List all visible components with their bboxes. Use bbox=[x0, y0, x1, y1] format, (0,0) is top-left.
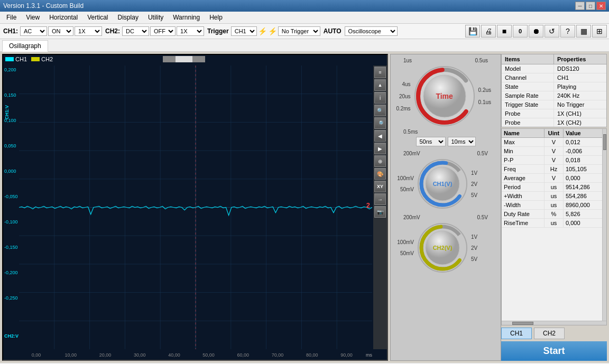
ch1-y-axis-label: CH1:V bbox=[4, 67, 10, 119]
time-knob[interactable]: Time bbox=[413, 64, 476, 128]
side-btn-xy[interactable]: XY bbox=[374, 181, 386, 192]
ch2-label-5v: 5V bbox=[471, 256, 477, 262]
measurements-scrollbar[interactable] bbox=[502, 321, 606, 325]
ch1-label-2v: 2V bbox=[471, 181, 477, 187]
side-btn-color[interactable]: 🎨 bbox=[374, 168, 386, 180]
props-item-samplerate: Sample Rate bbox=[502, 91, 554, 100]
save-button[interactable]: 💾 bbox=[465, 25, 480, 38]
ch2-knob[interactable]: CH2(V) bbox=[416, 221, 469, 274]
title-text: Version 1.3.1 - Custom Build bbox=[3, 2, 84, 10]
ch1-label-100mv: 100mV bbox=[397, 175, 414, 181]
ch1-labels-right: 1V 2V 5V bbox=[471, 170, 487, 198]
ch2-group: CH2: DCACGND OFFON 1X10X100X bbox=[104, 26, 204, 36]
side-btn-zoom-in[interactable]: 🔍 bbox=[374, 105, 386, 116]
help-button[interactable]: ? bbox=[560, 25, 575, 38]
side-btn-export[interactable]: → bbox=[374, 193, 386, 205]
ch2-label-200mv: 200mV bbox=[403, 214, 420, 220]
props-row-probe2: Probe 1X (CH2) bbox=[502, 118, 606, 127]
side-btn-zoom-out[interactable]: 🔎 bbox=[374, 117, 386, 129]
ch1-coupling-select[interactable]: ACDCGND bbox=[20, 26, 47, 36]
x-tick-2: 20,00 bbox=[88, 352, 122, 358]
trigger-ch-select[interactable]: CH1CH2 bbox=[231, 26, 257, 36]
start-button[interactable]: Start bbox=[501, 341, 607, 361]
minimize-button[interactable]: ─ bbox=[575, 2, 585, 10]
ch2-coupling-select[interactable]: DCACGND bbox=[122, 26, 149, 36]
props-val-trigstate: No Trigger bbox=[554, 100, 606, 109]
main-area: CH1 CH2 bbox=[0, 52, 609, 363]
menu-warning[interactable]: Warnning bbox=[169, 13, 204, 22]
props-val-probe2: 1X (CH2) bbox=[554, 118, 606, 127]
ch2-knob-row: 100mV 50mV bbox=[395, 221, 496, 274]
side-btn-right[interactable]: ▶ bbox=[374, 143, 386, 154]
x-tick-6: 60,00 bbox=[226, 352, 260, 358]
menu-vertical[interactable]: Vertical bbox=[83, 13, 112, 22]
menu-display[interactable]: Display bbox=[114, 13, 143, 22]
ch2-probe-select[interactable]: 1X10X100X bbox=[177, 26, 204, 36]
y-label-9: -0,200 bbox=[4, 270, 18, 296]
ch2-knob-label: CH2(V) bbox=[433, 245, 453, 251]
refresh-button[interactable]: ↺ bbox=[545, 25, 559, 38]
props-item-model: Model bbox=[502, 64, 554, 73]
bottom-tabs: CH1 CH2 bbox=[501, 326, 607, 340]
menu-utility[interactable]: Utility bbox=[144, 13, 168, 22]
print-button[interactable]: 🖨 bbox=[481, 25, 496, 38]
ch2-tab[interactable]: CH2 bbox=[534, 328, 565, 339]
x-tick-4: 40,00 bbox=[157, 352, 191, 358]
record-button[interactable]: ⏺ bbox=[529, 25, 543, 38]
time-label-4us: 4us bbox=[402, 81, 410, 87]
menu-file[interactable]: File bbox=[2, 13, 21, 22]
stop-button[interactable]: ■ bbox=[497, 25, 512, 38]
ch2-channel-label: CH2 bbox=[31, 56, 53, 62]
ch1-channel-text: CH1 bbox=[15, 56, 27, 62]
menu-horizontal[interactable]: Horizontal bbox=[45, 13, 82, 22]
menu-help[interactable]: Help bbox=[205, 13, 227, 22]
ch1-knob[interactable]: CH1(V) bbox=[416, 157, 469, 210]
trigger-mode-select[interactable]: No TriggerAutoNormalSingle bbox=[278, 26, 320, 36]
grid-button[interactable]: ▦ bbox=[576, 25, 591, 38]
menu-view[interactable]: View bbox=[22, 13, 44, 22]
y-label-3: 0,100 bbox=[4, 118, 18, 144]
side-btn-cursors[interactable]: ≡ bbox=[374, 67, 386, 78]
ch2-channel-text: CH2 bbox=[41, 56, 53, 62]
side-btn-left[interactable]: ◀ bbox=[374, 130, 386, 142]
ch2-label-0_5v: 0.5V bbox=[477, 214, 488, 220]
props-row-channel: Channel CH1 bbox=[502, 73, 606, 82]
ch2-label: CH2: bbox=[104, 27, 121, 35]
ch2-state-select[interactable]: OFFON bbox=[150, 26, 176, 36]
side-btn-search[interactable]: ⊕ bbox=[374, 155, 386, 167]
ch2-label-100mv: 100mV bbox=[397, 239, 414, 245]
color-button[interactable]: ⊞ bbox=[592, 25, 607, 38]
side-btn-up[interactable]: ▲ bbox=[374, 79, 386, 91]
ch2-labels-top: 200mV 0.5V bbox=[403, 214, 488, 220]
props-item-trigstate: Trigger State bbox=[502, 100, 554, 109]
measurements-panel: Name Uint Value Max V 0,012 Min V -0,006… bbox=[501, 128, 607, 325]
y-label-6: -0,050 bbox=[4, 194, 18, 220]
trigger-marker: 2 bbox=[366, 201, 370, 209]
scope-label-select[interactable]: Oscilloscope bbox=[345, 26, 398, 36]
props-item-probe2: Probe bbox=[502, 118, 554, 127]
ch1-swatch bbox=[5, 57, 14, 61]
side-btn-info[interactable]: i bbox=[374, 92, 386, 104]
ch1-state-select[interactable]: ONOFF bbox=[48, 26, 73, 36]
time-label-0_2us: 0.2us bbox=[478, 87, 491, 93]
side-btn-camera[interactable]: 📷 bbox=[374, 206, 386, 218]
ch1-probe-select[interactable]: 1X10X100X bbox=[75, 26, 102, 36]
props-row-model: Model DDS120 bbox=[502, 64, 606, 73]
time-select-50ns[interactable]: 50ns100ns1us10us bbox=[416, 137, 446, 146]
y-label-10: -0,250 bbox=[4, 296, 18, 321]
ch1-tab[interactable]: CH1 bbox=[501, 328, 532, 339]
bottom-area: CH1 CH2 Start bbox=[501, 326, 607, 361]
x-tick-5: 50,00 bbox=[191, 352, 226, 358]
close-button[interactable]: ✕ bbox=[596, 2, 606, 10]
time-select-10ms[interactable]: 10ms1ms5ms20ms bbox=[448, 137, 476, 146]
meas-header: Name Uint Value bbox=[502, 129, 606, 138]
trigger-icon2: ⚡ bbox=[268, 27, 277, 35]
osillagraph-tab[interactable]: Osillagraph bbox=[2, 40, 48, 52]
scroll-thumb bbox=[176, 56, 192, 62]
zero-button[interactable]: 0 bbox=[513, 25, 528, 38]
maximize-button[interactable]: □ bbox=[586, 2, 595, 10]
time-label-0_5us: 0.5us bbox=[475, 58, 488, 63]
x-axis: 0,00 10,00 20,00 30,00 40,00 50,00 60,00… bbox=[19, 352, 372, 358]
time-knob-label: Time bbox=[436, 92, 453, 100]
measurements-vscrollbar[interactable] bbox=[602, 129, 606, 321]
